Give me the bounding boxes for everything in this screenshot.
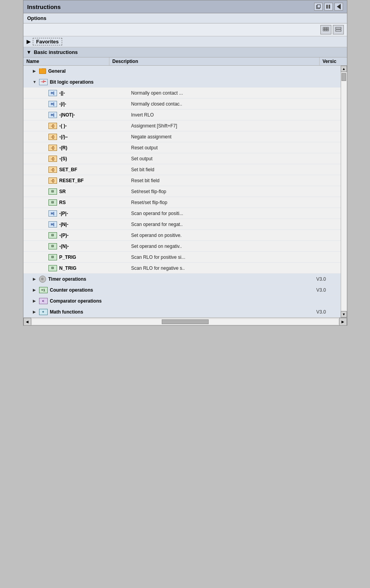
col-ver-header: Versic <box>320 57 347 65</box>
category-row[interactable]: ▶ + Math functions V3.0 <box>23 307 341 317</box>
basic-instructions-section[interactable]: ▼ Basic instructions <box>23 47 347 57</box>
svg-rect-7 <box>327 27 329 29</box>
columns-icon[interactable] <box>324 3 333 11</box>
category-row[interactable]: ▶ ⊙ Timer operations V3.0 <box>23 274 341 285</box>
vertical-scrollbar[interactable]: ▲ ▼ <box>341 66 347 317</box>
scroll-up-button[interactable]: ▲ <box>341 66 347 72</box>
item-name-cell: ⊟ N_TRIG <box>42 265 128 271</box>
item-name: -(P)- <box>59 233 69 238</box>
item-name-cell: ▶ + Math functions <box>33 309 119 315</box>
col-desc-header: Description <box>109 57 320 65</box>
table-row[interactable]: H| -||- Normally open contact ... <box>23 88 341 99</box>
table-row[interactable]: ⊟ -(N)- Set operand on negativ.. <box>23 241 341 252</box>
table-row[interactable]: -() -(R) Reset output <box>23 142 341 153</box>
instructions-table-area: ▶ General ▼ ⊣⊢ Bit logic operations H| -… <box>23 66 347 317</box>
item-name: P_TRIG <box>59 255 76 260</box>
scroll-thumb[interactable] <box>341 73 346 81</box>
flip-flop-icon: ⊟ <box>48 243 57 249</box>
table-row[interactable]: ⊟ SR Set/reset flip-flop <box>23 186 341 197</box>
expand-arrow: ▶ <box>33 69 38 73</box>
item-name-cell: H| -||- <box>42 90 128 96</box>
scroll-right-button[interactable]: ▶ <box>339 318 347 326</box>
table-row[interactable]: ⊟ RS Reset/set flip-flop <box>23 197 341 208</box>
item-name: -|P|- <box>59 211 68 216</box>
coil-icon: -() <box>48 156 57 162</box>
item-name-cell: -() -( )- <box>42 123 128 129</box>
basic-instructions-label: Basic instructions <box>34 49 78 55</box>
favorites-arrow: ▶ <box>27 39 30 45</box>
table-row[interactable]: -() -( )- Assignment [Shift+F7] <box>23 120 341 131</box>
flip-flop-icon: ⊟ <box>48 199 57 206</box>
item-name-cell: ▶ < Comparator operations <box>33 298 119 304</box>
item-version: V3.0 <box>313 287 341 293</box>
item-name: -(S) <box>59 156 67 161</box>
table-row[interactable]: H| -|/|- Normally closed contac.. <box>23 99 341 109</box>
timer-icon: ⊙ <box>39 276 46 283</box>
table-row[interactable]: ⊟ P_TRIG Scan RLO for positive si... <box>23 252 341 263</box>
table-row[interactable]: H| -|NOT|- Invert RLO <box>23 109 341 120</box>
duplicate-icon[interactable] <box>314 3 323 11</box>
options-bar: Options <box>23 13 347 23</box>
table-row[interactable]: H| -|N|- Scan operand for negat.. <box>23 219 341 230</box>
item-name-cell: -() RESET_BF <box>42 177 128 184</box>
item-name-cell: -() -(/)– <box>42 134 128 140</box>
item-version: V3.0 <box>313 309 341 315</box>
item-name-cell: ⊟ RS <box>42 199 128 206</box>
horizontal-scrollbar: ◀ ▶ <box>23 317 347 325</box>
table-row[interactable]: ⊟ -(P)- Set operand on positive. <box>23 230 341 241</box>
expand-arrow: ▶ <box>33 299 38 303</box>
item-description: Negate assignment <box>128 134 313 140</box>
folder-icon <box>39 68 46 74</box>
item-name-cell: ▶ General <box>33 68 119 74</box>
item-name-cell: ⊟ SR <box>42 188 128 195</box>
item-name: -|/|- <box>59 101 66 107</box>
svg-rect-11 <box>336 27 341 29</box>
item-name: RESET_BF <box>59 178 84 183</box>
contact-icon: H| <box>48 112 57 118</box>
item-name-cell: -() -(S) <box>42 156 128 162</box>
header-icons <box>314 3 343 11</box>
instructions-panel: Instructions Options <box>23 0 347 326</box>
item-name-cell: ⊟ P_TRIG <box>42 254 128 260</box>
grid-view-button[interactable] <box>320 25 331 34</box>
item-name: -|NOT|- <box>59 112 75 118</box>
table-row[interactable]: -() -(S) Set output <box>23 153 341 164</box>
svg-rect-5 <box>323 27 325 29</box>
scroll-track <box>341 73 347 310</box>
item-name: SR <box>59 189 66 194</box>
table-row[interactable]: -() RESET_BF Reset bit field <box>23 175 341 186</box>
scroll-down-button[interactable]: ▼ <box>341 311 347 317</box>
instructions-table: ▶ General ▼ ⊣⊢ Bit logic operations H| -… <box>23 66 341 317</box>
coil-icon: -() <box>48 167 57 173</box>
expand-icon[interactable] <box>334 3 343 11</box>
item-description: Scan operand for positi... <box>128 211 313 216</box>
favorites-section[interactable]: ▶ Favorites <box>23 36 347 47</box>
item-name: -||- <box>59 90 65 96</box>
item-name: Bit logic operations <box>50 79 94 85</box>
category-row[interactable]: ▶ < Comparator operations <box>23 296 341 307</box>
table-row[interactable]: -() SET_BF Set bit field <box>23 164 341 175</box>
table-row[interactable]: H| -|P|- Scan operand for positi... <box>23 208 341 219</box>
item-name: Comparator operations <box>50 298 102 304</box>
svg-rect-1 <box>317 5 320 8</box>
coil-icon: -() <box>48 177 57 184</box>
category-row[interactable]: ▶ General <box>23 66 341 77</box>
category-row[interactable]: ▼ ⊣⊢ Bit logic operations <box>23 77 341 88</box>
scroll-left-button[interactable]: ◀ <box>23 318 31 326</box>
item-description: Scan RLO for positive si... <box>128 255 313 260</box>
table-row[interactable]: ⊟ N_TRIG Scan RLO for negative s.. <box>23 263 341 274</box>
item-name-cell: -() SET_BF <box>42 167 128 173</box>
item-name: -(R) <box>59 145 68 151</box>
item-name-cell: ▶ ⊙ Timer operations <box>33 276 119 283</box>
item-name-cell: H| -|P|- <box>42 210 128 217</box>
item-description: Reset output <box>128 145 313 151</box>
hscroll-thumb[interactable] <box>162 319 209 324</box>
category-row[interactable]: ▶ +1 Counter operations V3.0 <box>23 285 341 296</box>
table-row[interactable]: -() -(/)– Negate assignment <box>23 131 341 142</box>
panel-title: Instructions <box>27 4 61 10</box>
item-name-cell: H| -|/|- <box>42 101 128 107</box>
list-view-button[interactable] <box>333 25 344 34</box>
item-name: Math functions <box>50 309 83 315</box>
svg-rect-12 <box>336 30 341 31</box>
column-headers: Name Description Versic <box>23 57 347 66</box>
